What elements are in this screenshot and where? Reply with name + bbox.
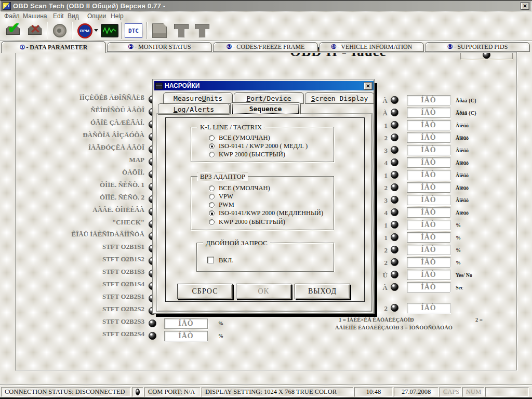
radio-icon <box>209 202 215 208</box>
param-label: ÒÎÏË. ÑÈÑÒ. 2 <box>19 193 144 206</box>
dtc-codes-button[interactable]: DTC <box>124 22 143 39</box>
value-box: ÍÅÒ <box>407 182 450 193</box>
value-box: ÍÅÒ <box>407 195 450 205</box>
focus-rect <box>233 104 298 113</box>
param-label: ÑÊÎÐÎÑÒÜ ÀÂÒÎ <box>19 106 144 118</box>
radio-label: KWP 2000 (БЫСТРЫЙ) <box>219 151 285 158</box>
param-label: STFT O2B2S4 <box>19 330 144 342</box>
menu-item-машина[interactable]: Машина <box>23 12 47 20</box>
param-label: STFT O2B2S1 <box>19 292 144 305</box>
exit-button[interactable]: ВЫХОД <box>295 284 350 299</box>
radio-icon <box>209 194 215 200</box>
radio-option[interactable]: ISO-9141/KWP 2000 (МЕДЛЕННЫЙ) <box>209 210 323 217</box>
value-box: ÍÅÒ <box>407 257 450 268</box>
radio-icon <box>209 210 215 216</box>
menu-item-edit[interactable]: Edit <box>53 12 64 20</box>
value-box: ÍÅÒ <box>407 108 450 118</box>
status-cell-3: DISPLAY SETTING: 1024 X 768 TRUE COLOR <box>202 387 353 397</box>
dialog-tab-measure-units[interactable]: Measure Units <box>163 92 233 104</box>
group-box-dual-request: ДВОЙНОЙ ЗАПРОСВКЛ. <box>196 243 334 272</box>
menu-item-вид[interactable]: Вид <box>68 12 79 20</box>
disconnect-button[interactable]: ✕ <box>25 22 45 39</box>
radio-selected-dot <box>211 145 213 148</box>
connector-b-button[interactable] <box>192 22 212 39</box>
connector-a-button[interactable] <box>171 22 191 39</box>
memory-card-button[interactable] <box>150 22 169 39</box>
radio-option[interactable]: ISO-9141 / KWP 2000 ( МЕДЛ. ) <box>209 142 308 150</box>
tab--vehicle-information[interactable]: ④- VEHICLE INFORMATION <box>319 42 424 52</box>
window-titlebar: S T OBD Scan Tech (OBD II Общий) Версия … <box>1 1 531 11</box>
param-label-fragment: À <box>377 109 388 117</box>
unit-label: % <box>456 222 461 228</box>
toolbar-separator <box>72 22 73 39</box>
memory-card-icon <box>152 23 167 38</box>
connector-plug2-icon <box>195 24 209 37</box>
radio-label: VPW <box>219 193 233 201</box>
status-led <box>391 96 398 104</box>
value-box: ÍÅÒ <box>407 220 450 230</box>
param-label: ÍÀÃÐÓÇÊÀ ÀÂÒÎ <box>19 143 144 156</box>
rpm-gauge-icon: RPM <box>77 23 92 38</box>
menu-item-опции[interactable]: Опции <box>87 12 106 20</box>
unit-label: Âîëüò <box>456 172 469 178</box>
radio-icon <box>209 143 215 149</box>
radio-option[interactable]: KWP 2000 (БЫСТРЫЙ) <box>209 151 285 158</box>
radio-option[interactable]: ВСЕ (УМОЛЧАН) <box>209 184 270 192</box>
rpm-gauge-button[interactable]: RPM <box>75 22 95 39</box>
value-box: ÍÅÒ <box>407 282 450 292</box>
param-label-fragment: 2 <box>377 304 388 313</box>
status-led <box>391 196 398 204</box>
radio-option[interactable]: VPW <box>209 193 233 200</box>
unit-label: Âîëüò <box>456 160 469 166</box>
window-close-button[interactable]: ✕ <box>521 2 529 10</box>
tab--monitor-status[interactable]: ②- MONITOR STATUS <box>107 42 212 52</box>
param-label-fragment: 4 <box>377 159 388 167</box>
status-led <box>391 121 398 129</box>
menu-item-help[interactable]: Help <box>111 12 124 20</box>
status-led <box>391 158 398 166</box>
param-label: ÐÀÑÕÎÄ ÂÎÇÄÓÕÀ <box>19 131 144 143</box>
checkbox-label: ВКЛ. <box>219 257 233 264</box>
rpm-dropdown-arrow[interactable] <box>94 29 98 32</box>
connector-plug-icon <box>174 24 189 37</box>
tab-label: - SUPPORTED PIDS <box>454 43 508 51</box>
connect-button[interactable]: ✔ <box>3 22 23 39</box>
dialog-close-button[interactable]: ✕ <box>364 82 373 90</box>
oscilloscope-button[interactable] <box>100 22 119 39</box>
enable-checkbox[interactable] <box>207 257 214 263</box>
dialog-tab-screen-display[interactable]: Screen Display <box>305 92 374 104</box>
radio-option[interactable]: ВСЕ (УМОЛЧАН) <box>209 134 270 141</box>
log-button[interactable] <box>50 22 70 39</box>
radio-option[interactable]: PWM <box>209 202 234 209</box>
toolbar-separator <box>147 22 148 39</box>
param-label: ÏÎÇÈÖÈß ÄÐÎÑÑÅËß <box>19 94 144 106</box>
value-box: ÍÅÒ <box>164 331 208 341</box>
status-cell-1 <box>132 387 143 397</box>
param-label-fragment: 2 <box>377 246 388 255</box>
note-line-2: ÄÂÎÉÍÎÉ ÊÀÒÀËÈÇÀÒÎÐ 3 = ÎÒÑÓÒÑÒÂÓÅÒ <box>335 325 453 330</box>
value-box: ÍÅÒ <box>407 270 450 280</box>
dialog-icon <box>155 83 163 89</box>
dialog-title: НАСРОЙКИ <box>165 82 362 89</box>
unit-label: % <box>218 321 223 326</box>
param-label-fragment: À <box>377 97 388 105</box>
param-label-fragment: 2 <box>377 259 388 267</box>
dialog-tab-sequence[interactable]: Sequence <box>230 102 301 114</box>
status-led <box>391 246 398 254</box>
status-led <box>391 134 398 141</box>
tab--codes-freeze-frame[interactable]: ③- CODES/FREEZE FRAME <box>213 42 318 52</box>
app-icon: S T <box>3 2 11 10</box>
param-label-fragment: 3 <box>377 147 388 155</box>
value-box: ÍÅÒ <box>407 157 450 168</box>
reset-button[interactable]: СБРОС <box>177 284 233 299</box>
radio-option[interactable]: KWP 2000 (БЫСТРЫЙ) <box>209 218 285 225</box>
unit-label: Âîëüò <box>456 185 469 191</box>
tab--data-parameter[interactable]: ①- DATA PARAMETER <box>1 41 106 53</box>
tab--supported-pids[interactable]: ⑤- SUPPORTED PIDS <box>425 42 530 52</box>
tab-number: ④ <box>331 43 337 51</box>
param-label: STFT O2B1S1 <box>19 243 144 255</box>
radio-icon <box>209 185 215 191</box>
unit-label: % <box>456 235 461 241</box>
toolbar-separator <box>121 22 122 39</box>
tab-label: - DATA PARAMETER <box>26 44 87 51</box>
